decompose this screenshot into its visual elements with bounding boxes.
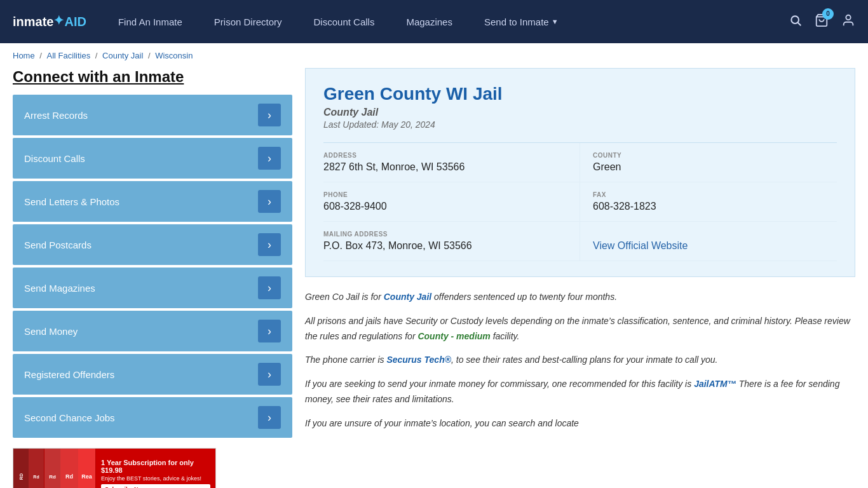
svg-point-3: [846, 15, 850, 19]
sidebar-title: Connect with an Inmate: [13, 68, 292, 86]
search-icon[interactable]: [789, 14, 802, 30]
address-block: ADDRESS 2827 6th St, Monroe, WI 53566: [323, 143, 580, 182]
breadcrumb-wisconsin[interactable]: Wisconsin: [155, 51, 193, 60]
ad-subscribe-button[interactable]: Subscribe Now: [101, 484, 210, 488]
mailing-block: MAILING ADDRESS P.O. Box 473, Monroe, WI…: [323, 222, 580, 261]
facility-updated: Last Updated: May 20, 2024: [323, 119, 837, 130]
sidebar-item-registered-offenders[interactable]: Registered Offenders ›: [13, 354, 292, 395]
phone-block: PHONE 608-328-9400: [323, 182, 580, 222]
arrow-icon: ›: [258, 320, 281, 342]
main-content: Green County WI Jail County Jail Last Up…: [305, 68, 855, 488]
cart-badge: 0: [822, 8, 834, 20]
cart-icon[interactable]: 0: [815, 13, 829, 30]
facility-description: Green Co Jail is for County Jail offende…: [305, 290, 855, 431]
header: inmate✦AID Find An Inmate Prison Directo…: [0, 0, 868, 43]
sidebar-menu: Arrest Records › Discount Calls › Send L…: [13, 95, 292, 438]
logo[interactable]: inmate✦AID: [13, 13, 86, 30]
facility-name: Green County WI Jail: [323, 84, 837, 104]
sidebar-item-second-chance-jobs[interactable]: Second Chance Jobs ›: [13, 397, 292, 438]
main-layout: Connect with an Inmate Arrest Records › …: [0, 68, 868, 488]
main-nav: Find An Inmate Prison Directory Discount…: [118, 17, 770, 27]
svg-line-1: [798, 22, 801, 25]
facility-details: ADDRESS 2827 6th St, Monroe, WI 53566 CO…: [323, 142, 837, 261]
arrow-icon: ›: [258, 363, 281, 386]
arrow-icon: ›: [258, 190, 281, 213]
website-block: View Official Website: [580, 222, 837, 261]
desc-para-5: If you are unsure of your inmate’s locat…: [305, 416, 855, 431]
svg-point-0: [791, 16, 799, 24]
breadcrumb-home[interactable]: Home: [13, 51, 35, 60]
desc-para-4: If you are seeking to send your inmate m…: [305, 377, 855, 407]
nav-prison-directory[interactable]: Prison Directory: [214, 17, 282, 27]
jailatm-link[interactable]: JailATM™: [694, 379, 736, 389]
header-actions: 0: [789, 13, 855, 30]
sidebar-item-send-letters[interactable]: Send Letters & Photos ›: [13, 181, 292, 222]
desc-para-1: Green Co Jail is for County Jail offende…: [305, 290, 855, 305]
nav-find-inmate[interactable]: Find An Inmate: [118, 17, 182, 27]
sidebar-item-discount-calls[interactable]: Discount Calls ›: [13, 138, 292, 179]
arrow-icon: ›: [258, 147, 281, 170]
sidebar-item-send-magazines[interactable]: Send Magazines ›: [13, 268, 292, 308]
logo-text: inmate✦AID: [13, 13, 86, 30]
sidebar-item-arrest-records[interactable]: Arrest Records ›: [13, 95, 292, 135]
official-website-link[interactable]: View Official Website: [593, 240, 688, 251]
nav-discount-calls[interactable]: Discount Calls: [314, 17, 375, 27]
facility-type: County Jail: [323, 107, 837, 118]
sidebar-item-send-postcards[interactable]: Send Postcards ›: [13, 224, 292, 265]
arrow-icon: ›: [258, 233, 281, 256]
breadcrumb-all-facilities[interactable]: All Facilities: [47, 51, 91, 60]
securus-tech-link[interactable]: Securus Tech®: [386, 355, 451, 365]
ad-text: 1 Year Subscription for only $19.98 Enjo…: [96, 455, 215, 488]
user-icon[interactable]: [841, 13, 855, 30]
breadcrumb-county-jail[interactable]: County Jail: [102, 51, 143, 60]
sidebar: Connect with an Inmate Arrest Records › …: [13, 68, 292, 488]
sidebar-item-send-money[interactable]: Send Money ›: [13, 311, 292, 351]
ad-banner[interactable]: RD Rd Rd Rd Rea: [13, 448, 216, 488]
nav-magazines[interactable]: Magazines: [406, 17, 452, 27]
nav-send-to-inmate[interactable]: Send to Inmate ▼: [484, 17, 559, 27]
desc-para-2: All prisons and jails have Security or C…: [305, 314, 855, 344]
facility-card: Green County WI Jail County Jail Last Up…: [305, 68, 855, 277]
chevron-down-icon: ▼: [552, 18, 559, 25]
arrow-icon: ›: [258, 406, 281, 429]
county-medium-link[interactable]: County - medium: [417, 331, 490, 341]
desc-para-3: The phone carrier is Securus Tech®, to s…: [305, 353, 855, 368]
county-block: COUNTY Green: [580, 143, 837, 182]
arrow-icon: ›: [258, 276, 281, 299]
county-jail-link[interactable]: County Jail: [384, 292, 431, 302]
breadcrumb: Home / All Facilities / County Jail / Wi…: [0, 43, 868, 68]
fax-block: FAX 608-328-1823: [580, 182, 837, 222]
arrow-icon: ›: [258, 104, 281, 126]
